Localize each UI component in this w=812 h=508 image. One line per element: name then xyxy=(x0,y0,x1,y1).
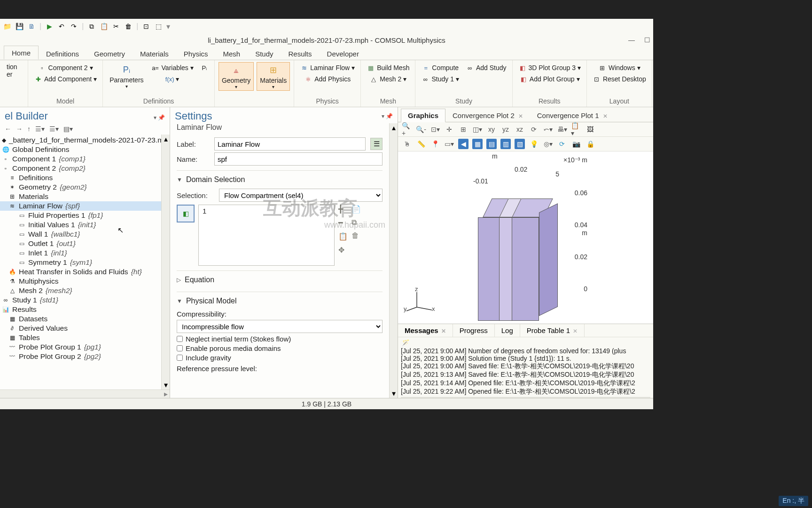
build-mesh-button[interactable]: ▦Build Mesh xyxy=(365,62,411,73)
zoom-in-icon[interactable]: 🔍+ xyxy=(402,124,412,135)
tree-node[interactable]: ▦Datasets xyxy=(0,314,161,324)
run-icon[interactable]: ▶ xyxy=(45,22,54,31)
render-solid-icon[interactable]: ◀ xyxy=(458,139,468,149)
domain-toggle-button[interactable]: ◧ xyxy=(177,205,195,222)
tree-node[interactable]: ▭Symmetry 1 {sym1} xyxy=(0,258,161,267)
tree-option-icon[interactable]: ▤▾ xyxy=(63,125,73,133)
tree-file-row[interactable]: ◆ _battery_1d_for_thermal_models-2021-07… xyxy=(0,135,161,145)
tree-node[interactable]: 〰Probe Plot Group 2 {pg2} xyxy=(0,352,161,361)
undo-icon[interactable]: ↶ xyxy=(57,22,66,31)
equation-header[interactable]: ▷ Equation xyxy=(177,270,383,287)
zoom-box-icon[interactable]: ⊡▾ xyxy=(430,124,440,135)
save-as-icon[interactable]: 🗎 xyxy=(27,22,36,31)
menutab-study[interactable]: Study xyxy=(248,47,281,60)
graphics-tab[interactable]: Convergence Plot 2✕ xyxy=(445,109,530,122)
tree-expand-icon[interactable]: ☰▾ xyxy=(49,125,59,133)
tree-node[interactable]: ✶Geometry 2 {geom2} xyxy=(0,183,161,192)
physics-laminar-button[interactable]: ≋Laminar Flow▾ xyxy=(298,62,357,73)
param-case-button[interactable]: Pᵢ xyxy=(198,62,211,73)
bottom-tab[interactable]: Messages✕ xyxy=(398,324,453,337)
copy-icon[interactable]: ⧉ xyxy=(87,22,96,31)
cut-icon[interactable]: ✂ xyxy=(112,22,120,31)
tree-node[interactable]: ≡Definitions xyxy=(0,173,161,183)
tree-collapse-icon[interactable]: ☰▾ xyxy=(35,125,45,133)
clipboard-icon[interactable]: 📋▾ xyxy=(571,124,581,135)
view-yz-icon[interactable]: yz xyxy=(500,124,511,135)
tree-node[interactable]: ≋Laminar Flow {spf} xyxy=(0,201,161,211)
plot-group-dropdown[interactable]: ◧3D Plot Group 3▾ xyxy=(516,62,583,73)
menutab-developer[interactable]: Developer xyxy=(320,47,367,60)
zoom-extents-icon[interactable]: ⊡ xyxy=(142,22,150,31)
tree-node[interactable]: 🔥Heat Transfer in Solids and Fluids {ht} xyxy=(0,267,161,277)
tree-node[interactable]: ▭Wall 1 {wallbc1} xyxy=(0,230,161,239)
select-icon[interactable]: ⬚ xyxy=(154,22,163,31)
selection-dropdown[interactable]: Flow Compartment (sel4) xyxy=(219,189,383,202)
graphics-viewport[interactable]: m ×10⁻³ m 5 -0.01 0.02 m 0.060.040.020 xyxy=(398,151,653,324)
select-tool-icon[interactable]: 🖱 xyxy=(402,139,412,149)
compute-button[interactable]: =Compute xyxy=(419,62,461,73)
close-icon[interactable]: ✕ xyxy=(441,328,446,334)
domain-copy-icon[interactable]: 📄 xyxy=(351,205,361,214)
delete-icon[interactable]: 🗑 xyxy=(124,22,133,31)
reset-desktop-button[interactable]: ⊡Reset Desktop xyxy=(591,73,648,85)
reset-view-icon[interactable]: ⤺▾ xyxy=(543,124,553,135)
domain-remove-icon[interactable]: ━ xyxy=(338,218,348,227)
maximize-icon[interactable]: ☐ xyxy=(644,36,650,44)
camera-icon[interactable]: 📷 xyxy=(571,139,581,149)
tree-node[interactable]: ▭Inlet 1 {inl1} xyxy=(0,248,161,258)
view-xz-icon[interactable]: xz xyxy=(515,124,525,135)
tree-node[interactable]: ∂Derived Values xyxy=(0,324,161,333)
tree-node[interactable]: ▭Fluid Properties 1 {fp1} xyxy=(0,211,161,220)
name-input[interactable] xyxy=(214,152,383,166)
geometry-button[interactable]: ⟁Geometry▾ xyxy=(219,62,254,91)
menutab-mesh[interactable]: Mesh xyxy=(215,47,248,60)
tree-scrollbar[interactable]: ▴▾ xyxy=(161,135,170,389)
tree-node[interactable]: 🌐Global Definitions xyxy=(0,145,161,154)
label-input[interactable] xyxy=(214,137,366,151)
graphics-tab[interactable]: Convergence Plot 1✕ xyxy=(530,109,615,122)
tree-node[interactable]: ∞Study 1 {std1} xyxy=(0,295,161,305)
domain-clear-icon[interactable]: 🗑 xyxy=(351,231,361,240)
render-point-icon[interactable]: ▥ xyxy=(500,139,511,149)
domain-selection-header[interactable]: ▼ Domain Selection xyxy=(177,170,383,187)
print-icon[interactable]: 🖶▾ xyxy=(557,124,567,135)
study-dropdown[interactable]: ∞Study 1▾ xyxy=(419,73,461,85)
add-study-button[interactable]: ∞Add Study xyxy=(464,62,508,73)
tree-scrollbar-h[interactable]: ▸ xyxy=(0,389,170,398)
tree-node[interactable]: ▭Initial Values 1 {init1} xyxy=(0,220,161,230)
porous-media-checkbox[interactable]: Enable porous media domains xyxy=(177,344,383,352)
component-dropdown[interactable]: ▫Component 2▾ xyxy=(32,62,99,73)
nav-up-icon[interactable]: ↑ xyxy=(27,125,31,133)
tree-node[interactable]: ▫Component 1 {comp1} xyxy=(0,154,161,164)
domain-filter-icon[interactable]: ⧉ xyxy=(351,218,361,227)
tree-node[interactable]: △Mesh 2 {mesh2} xyxy=(0,286,161,295)
grid-icon[interactable]: ⊞ xyxy=(458,124,468,135)
variables-button[interactable]: a=Variables▾ xyxy=(149,62,195,73)
include-gravity-checkbox[interactable]: Include gravity xyxy=(177,354,383,362)
neglect-inertial-checkbox[interactable]: Neglect inertial term (Stokes flow) xyxy=(177,335,383,343)
mesh-dropdown[interactable]: △Mesh 2▾ xyxy=(365,73,411,85)
tree-node[interactable]: 📊Results xyxy=(0,305,161,314)
image-icon[interactable]: 🖼 xyxy=(585,124,595,135)
close-icon[interactable]: ✕ xyxy=(603,113,608,119)
add-component-button[interactable]: ✚Add Component▾ xyxy=(32,73,99,85)
rotate-icon[interactable]: ⟳ xyxy=(529,124,539,135)
menutab-physics[interactable]: Physics xyxy=(176,47,216,60)
domain-move-icon[interactable]: ✥ xyxy=(338,246,348,254)
domain-list[interactable]: 1 xyxy=(198,205,335,266)
probe-icon[interactable]: 📍 xyxy=(430,139,440,149)
settings-scrollbar[interactable]: ▴▾ xyxy=(389,123,398,398)
folder-icon[interactable]: 📁 xyxy=(3,22,11,31)
measure-icon[interactable]: 📏 xyxy=(416,139,426,149)
compressibility-dropdown[interactable]: Incompressible flow xyxy=(177,320,383,333)
save-icon[interactable]: 💾 xyxy=(15,22,23,31)
parameters-button[interactable]: PᵢParameters▾ xyxy=(107,62,146,90)
refresh-icon[interactable]: ⟳ xyxy=(557,139,567,149)
menutab-home[interactable]: Home xyxy=(4,46,39,60)
tree-node[interactable]: 〰Probe Plot Group 1 {pg1} xyxy=(0,342,161,352)
render-edge-icon[interactable]: ▤ xyxy=(486,139,497,149)
wand-icon[interactable]: 🪄 xyxy=(402,339,409,346)
menutab-results[interactable]: Results xyxy=(281,47,320,60)
add-physics-button[interactable]: ⚛Add Physics xyxy=(298,73,357,85)
material-render-icon[interactable]: ◎▾ xyxy=(543,139,553,149)
